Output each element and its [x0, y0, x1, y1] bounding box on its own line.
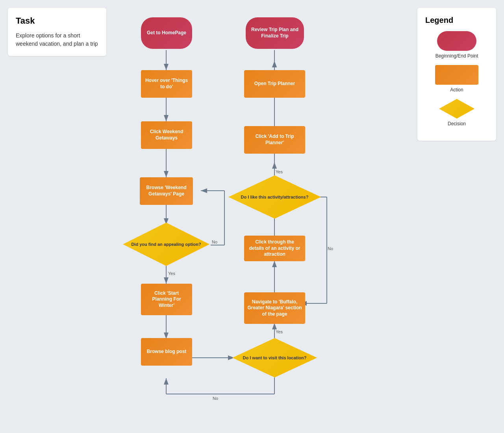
get-to-homepage-label: Get to HomePage — [144, 28, 189, 38]
click-through-node: Click through the details of an activity… — [244, 236, 305, 261]
start-planning-label: Click 'Start Planning For Winter' — [141, 289, 192, 310]
find-appealing-label: Did you find an appealing option? — [128, 240, 204, 249]
hover-things-node: Hover over 'Things to do' — [141, 70, 192, 98]
legend-box: Legend Beginning/End Point Action Decisi… — [417, 8, 496, 141]
legend-item-decision: Decision — [425, 99, 488, 126]
label-no-like: No — [328, 246, 333, 251]
hover-things-label: Hover over 'Things to do' — [141, 76, 192, 91]
task-description: Explore options for a short weekend vaca… — [16, 32, 98, 48]
legend-action-label: Action — [450, 87, 463, 93]
legend-decision-shape — [439, 99, 474, 119]
label-yes-find: Yes — [168, 271, 175, 276]
label-no-find: No — [212, 240, 217, 244]
legend-item-action: Action — [425, 65, 488, 93]
click-add-node: Click 'Add to Trip Planner' — [244, 126, 305, 154]
click-weekend-label: Click Weekend Getaways — [141, 127, 192, 143]
legend-decision-label: Decision — [448, 121, 466, 126]
find-appealing-node: Did you find an appealing option? — [123, 223, 209, 266]
task-box: Task Explore options for a short weekend… — [8, 8, 106, 56]
do-i-want-node: Do I want to visit this location? — [232, 338, 317, 377]
do-i-like-label: Do I like this activity/attractions? — [238, 193, 312, 201]
get-to-homepage-node: Get to HomePage — [141, 17, 192, 49]
click-weekend-node: Click Weekend Getaways — [141, 121, 192, 149]
browse-blog-node: Browse blog post — [141, 338, 192, 366]
review-trip-node: Review Trip Plan and Finalize Trip — [246, 17, 304, 49]
legend-item-endpoint: Beginning/End Point — [425, 31, 488, 59]
label-yes-like: Yes — [276, 169, 283, 174]
open-trip-node: Open Trip Planner — [244, 70, 305, 98]
click-add-label: Click 'Add to Trip Planner' — [244, 132, 305, 147]
legend-endpoint-label: Beginning/End Point — [435, 53, 478, 59]
browse-blog-label: Browse blog post — [144, 347, 190, 357]
label-yes-visit: Yes — [276, 329, 283, 334]
navigate-buffalo-label: Navigate to 'Buffalo, Greater Niagara' s… — [244, 297, 305, 319]
label-no-visit: No — [213, 396, 218, 401]
open-trip-label: Open Trip Planner — [251, 79, 298, 89]
start-planning-node: Click 'Start Planning For Winter' — [141, 284, 192, 315]
browse-weekend-node: Browse 'Weekend Getaways' Page — [140, 177, 193, 205]
click-through-label: Click through the details of an activity… — [244, 238, 305, 259]
do-i-like-node: Do I like this activity/attractions? — [228, 175, 321, 219]
legend-action-shape — [435, 65, 478, 85]
do-i-want-label: Do I want to visit this location? — [240, 353, 310, 362]
navigate-buffalo-node: Navigate to 'Buffalo, Greater Niagara' s… — [244, 292, 305, 324]
review-trip-label: Review Trip Plan and Finalize Trip — [246, 25, 304, 41]
browse-weekend-label: Browse 'Weekend Getaways' Page — [140, 183, 193, 199]
legend-endpoint-shape — [437, 31, 476, 51]
task-title: Task — [16, 16, 98, 26]
legend-title: Legend — [425, 16, 488, 25]
